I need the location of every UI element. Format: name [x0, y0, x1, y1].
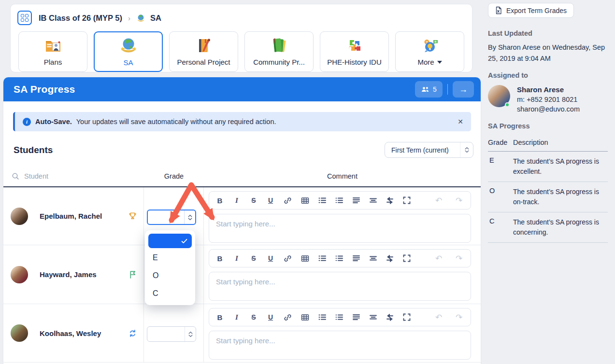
- term-selector[interactable]: First Term (current): [385, 142, 473, 158]
- bullet-list-icon[interactable]: [318, 254, 326, 263]
- swap-arrows-icon[interactable]: [386, 313, 394, 322]
- alert-title: Auto-Save.: [35, 118, 72, 126]
- comment-editor[interactable]: Start typing here...: [209, 331, 471, 360]
- export-file-icon: [495, 6, 502, 14]
- undo-icon[interactable]: ↶: [435, 254, 443, 263]
- student-name: Koolhaas, Wesley: [40, 329, 101, 337]
- underline-icon[interactable]: U: [267, 313, 274, 322]
- bold-icon[interactable]: B: [216, 196, 224, 205]
- avatar: [11, 208, 28, 225]
- flag-icon[interactable]: [128, 270, 137, 279]
- fullscreen-icon[interactable]: [403, 254, 411, 263]
- bullet-list-icon[interactable]: [318, 313, 326, 322]
- grade-select[interactable]: [147, 326, 196, 342]
- breadcrumb-class[interactable]: IB Class of 26 (MYP 5): [39, 14, 122, 23]
- grid-icon[interactable]: [17, 11, 32, 25]
- swap-arrows-icon[interactable]: [386, 196, 394, 205]
- sa-progress-panel: SA Progress 5 → i Auto-Save. Your update…: [3, 77, 481, 364]
- info-icon: i: [23, 118, 31, 126]
- undo-icon[interactable]: ↶: [435, 196, 443, 205]
- tab-plans[interactable]: Plans: [18, 31, 87, 72]
- comment-toolbar: B I S U: [209, 191, 471, 210]
- fullscreen-icon[interactable]: [403, 196, 411, 205]
- grade-option-o[interactable]: O: [148, 267, 192, 284]
- tab-personal-project[interactable]: Personal Project: [169, 31, 238, 72]
- tab-community-project[interactable]: Community Pr...: [244, 31, 314, 72]
- align-justify-icon[interactable]: [352, 196, 360, 205]
- link-icon[interactable]: [284, 196, 292, 205]
- align-justify-icon[interactable]: [352, 313, 360, 322]
- grade-option-e[interactable]: E: [148, 249, 192, 266]
- class-tabs: Plans SA: [11, 25, 472, 72]
- numbered-list-icon[interactable]: [335, 313, 343, 322]
- student-name: Hayward, James: [40, 270, 97, 279]
- italic-icon[interactable]: I: [233, 313, 241, 322]
- table-icon[interactable]: [301, 313, 309, 322]
- tab-phe-history-idu[interactable]: PHE-History IDU: [320, 31, 389, 72]
- numbered-list-icon[interactable]: [335, 196, 343, 205]
- redo-icon[interactable]: ↷: [455, 313, 463, 322]
- panel-title: SA Progress: [14, 84, 75, 95]
- grade-option-c[interactable]: C: [148, 285, 192, 302]
- sync-icon[interactable]: [128, 329, 137, 338]
- align-center-icon[interactable]: [369, 313, 377, 322]
- teacher-email[interactable]: sharon@eduvo.com: [517, 104, 580, 114]
- tab-label: Plans: [44, 58, 62, 66]
- table-icon[interactable]: [301, 254, 309, 263]
- students-heading: Students: [14, 145, 53, 155]
- bold-icon[interactable]: B: [216, 313, 224, 322]
- redo-icon[interactable]: ↷: [455, 254, 463, 263]
- numbered-list-icon[interactable]: [335, 254, 343, 263]
- student-search-placeholder: Student: [24, 172, 48, 180]
- globe-hands-icon: [136, 14, 145, 23]
- undo-icon[interactable]: ↶: [435, 313, 443, 322]
- link-icon[interactable]: [284, 254, 292, 263]
- underline-icon[interactable]: U: [267, 254, 274, 263]
- comment-toolbar: B I S U: [209, 249, 471, 267]
- italic-icon[interactable]: I: [233, 254, 241, 263]
- members-badge[interactable]: 5: [415, 81, 443, 98]
- bullet-list-icon[interactable]: [318, 196, 326, 205]
- comment-placeholder: Start typing here...: [216, 220, 275, 228]
- table-row: Koolhaas, Wesley B I: [3, 304, 481, 363]
- tab-label: PHE-History IDU: [327, 58, 382, 66]
- ideas-bubbles-icon: ?: [420, 37, 440, 55]
- next-button[interactable]: →: [453, 81, 474, 98]
- align-center-icon[interactable]: [369, 254, 377, 263]
- strikethrough-icon[interactable]: S: [250, 254, 257, 263]
- underline-icon[interactable]: U: [267, 196, 274, 205]
- strikethrough-icon[interactable]: S: [250, 196, 257, 205]
- grade-option-blank[interactable]: [148, 234, 192, 248]
- details-sidebar: Export Term Grades Last Updated By Sharo…: [481, 0, 615, 364]
- check-icon: [181, 238, 187, 244]
- close-icon[interactable]: ✕: [458, 118, 463, 126]
- comment-editor[interactable]: Start typing here...: [209, 214, 471, 243]
- redo-icon[interactable]: ↷: [455, 196, 463, 205]
- table-header: Student Grade Comment: [3, 166, 481, 187]
- tab-more[interactable]: ? More: [395, 31, 464, 72]
- tab-sa[interactable]: SA: [94, 31, 163, 72]
- fullscreen-icon[interactable]: [403, 313, 411, 322]
- panel-header: SA Progress 5 →: [3, 77, 481, 101]
- export-term-grades-button[interactable]: Export Term Grades: [488, 3, 574, 18]
- align-justify-icon[interactable]: [352, 254, 360, 263]
- grade-select[interactable]: [147, 210, 196, 225]
- teacher-mobile: m: +852 9201 8021: [517, 95, 580, 104]
- table-icon[interactable]: [301, 196, 309, 205]
- student-search[interactable]: Student: [3, 172, 144, 180]
- tab-label: Community Pr...: [253, 58, 305, 66]
- student-name: Epelbaum, Rachel: [40, 212, 102, 220]
- table-row: Epelbaum, Rachel: [3, 187, 481, 245]
- folder-photo-icon: [43, 37, 63, 55]
- bold-icon[interactable]: B: [216, 254, 224, 263]
- tab-label: More: [417, 58, 442, 66]
- swap-arrows-icon[interactable]: [386, 254, 394, 263]
- strikethrough-icon[interactable]: S: [250, 313, 257, 322]
- italic-icon[interactable]: I: [233, 196, 241, 205]
- align-center-icon[interactable]: [369, 196, 377, 205]
- export-button-label: Export Term Grades: [506, 7, 567, 14]
- link-icon[interactable]: [284, 313, 292, 322]
- comment-editor[interactable]: Start typing here...: [209, 272, 471, 301]
- trophy-icon[interactable]: [128, 211, 137, 221]
- people-icon: [421, 86, 429, 93]
